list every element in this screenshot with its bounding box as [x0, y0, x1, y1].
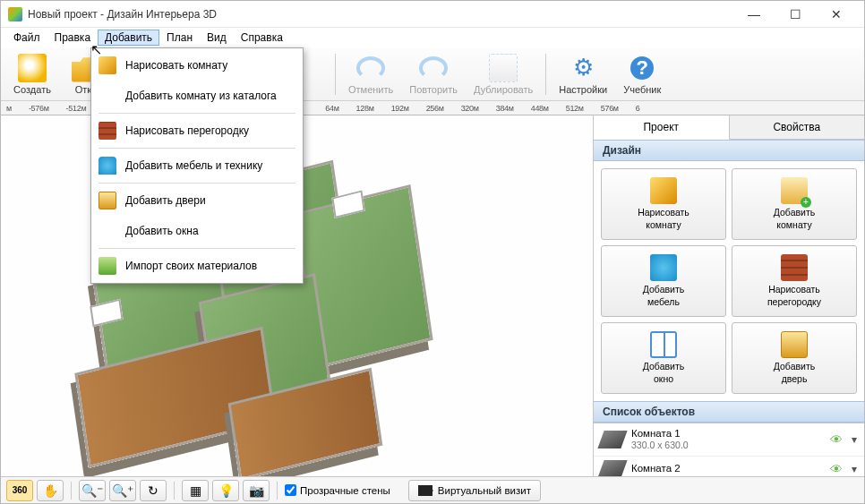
section-design: Дизайн	[594, 140, 864, 161]
room-icon	[597, 460, 627, 476]
toolbar-redo[interactable]: Повторить	[402, 52, 465, 97]
maximize-button[interactable]: ☐	[775, 1, 816, 28]
help-icon	[628, 54, 656, 82]
grid-button[interactable]: ▦	[182, 480, 209, 501]
zoom-in-button[interactable]: 🔍⁺	[109, 480, 136, 501]
dd-import-materials[interactable]: Импорт своих материалов	[91, 251, 303, 281]
eye-icon[interactable]: 👁	[830, 462, 843, 476]
design-draw-partition[interactable]: Нарисоватьперегородку	[732, 245, 857, 317]
dd-add-windows[interactable]: Добавить окна	[91, 216, 303, 246]
toolbar-create[interactable]: Создать	[6, 52, 58, 97]
list-item[interactable]: Комната 2 👁 ▾	[594, 457, 864, 476]
design-add-room[interactable]: Добавитькомнату	[732, 168, 857, 240]
menubar: Файл Правка Добавить План Вид Справка	[1, 28, 864, 47]
pan-button[interactable]: ✋	[37, 480, 64, 501]
chevron-down-icon[interactable]: ▾	[852, 463, 857, 475]
new-icon	[18, 54, 47, 82]
transparent-walls-checkbox[interactable]: Прозрачные стены	[285, 484, 390, 496]
brick-icon	[781, 254, 808, 281]
dd-add-doors[interactable]: Добавить двери	[91, 185, 303, 216]
dd-add-room-catalog[interactable]: Добавить комнату из каталога	[91, 81, 303, 111]
app-icon	[8, 7, 22, 21]
brush-icon	[650, 177, 677, 204]
chair-icon	[98, 157, 116, 175]
design-add-furniture[interactable]: Добавитьмебель	[601, 245, 726, 317]
brick-icon	[98, 122, 116, 140]
statusbar: 360 ✋ 🔍⁻ 🔍⁺ ↻ ▦ 💡 📷 Прозрачные стены Вир…	[1, 476, 864, 503]
minimize-button[interactable]: —	[733, 1, 775, 28]
zoom-out-button[interactable]: 🔍⁻	[79, 480, 106, 501]
toolbar-separator	[545, 54, 546, 95]
design-add-window[interactable]: Добавитьокно	[601, 322, 726, 394]
menu-plan[interactable]: План	[159, 30, 200, 46]
duplicate-icon	[489, 54, 518, 82]
dd-add-furniture[interactable]: Добавить мебель и технику	[91, 150, 303, 181]
window-icon	[650, 331, 677, 358]
toolbar-separator	[335, 54, 336, 95]
dropdown-separator	[98, 113, 295, 114]
tab-project[interactable]: Проект	[594, 115, 730, 140]
camera-icon	[418, 485, 432, 496]
redo-icon	[419, 54, 448, 82]
chevron-down-icon[interactable]: ▾	[852, 433, 857, 446]
dd-draw-partition[interactable]: Нарисовать перегородку	[91, 115, 303, 146]
door-icon	[781, 331, 808, 358]
close-button[interactable]: ✕	[816, 1, 857, 28]
list-item[interactable]: Комната 1330.0 x 630.0 👁 ▾	[594, 423, 864, 457]
door-icon	[98, 192, 116, 209]
toolbar-settings[interactable]: Настройки	[552, 52, 614, 97]
titlebar: Новый проект - Дизайн Интерьера 3D — ☐ ✕	[1, 1, 864, 28]
import-icon	[98, 257, 116, 275]
house-plus-icon	[781, 177, 808, 204]
undo-icon	[356, 54, 385, 82]
window-title: Новый проект - Дизайн Интерьера 3D	[28, 8, 733, 21]
toolbar-undo[interactable]: Отменить	[341, 52, 400, 97]
design-add-door[interactable]: Добавитьдверь	[732, 322, 857, 394]
menu-file[interactable]: Файл	[6, 30, 47, 46]
dropdown-separator	[98, 148, 295, 149]
menu-help[interactable]: Справка	[234, 30, 290, 46]
gear-icon	[569, 54, 597, 82]
dropdown-separator	[98, 183, 295, 184]
dropdown-separator	[98, 248, 295, 249]
camera-button[interactable]: 📷	[243, 480, 270, 501]
object-list: Комната 1330.0 x 630.0 👁 ▾ Комната 2 👁 ▾	[594, 423, 864, 476]
rotate-button[interactable]: ↻	[140, 480, 167, 501]
room-icon	[597, 431, 627, 448]
right-panel: Проект Свойства Дизайн Нарисоватькомнату…	[593, 115, 864, 476]
design-draw-room[interactable]: Нарисоватькомнату	[601, 168, 726, 240]
menu-view[interactable]: Вид	[200, 30, 234, 46]
virtual-visit-button[interactable]: Виртуальный визит	[408, 480, 541, 501]
eye-icon[interactable]: 👁	[830, 432, 843, 447]
view-360-button[interactable]: 360	[6, 480, 33, 501]
chair-icon	[650, 254, 677, 281]
dd-draw-room[interactable]: Нарисовать комнату	[91, 50, 303, 81]
toolbar-duplicate[interactable]: Дублировать	[467, 52, 540, 97]
menu-add[interactable]: Добавить	[98, 30, 159, 46]
section-objects: Список объектов	[594, 401, 864, 423]
brush-icon	[98, 56, 116, 74]
light-button[interactable]: 💡	[212, 480, 239, 501]
add-dropdown: Нарисовать комнату Добавить комнату из к…	[90, 47, 304, 284]
toolbar-tutorial[interactable]: Учебник	[616, 52, 668, 97]
menu-edit[interactable]: Правка	[47, 30, 98, 46]
tab-properties[interactable]: Свойства	[730, 115, 865, 140]
